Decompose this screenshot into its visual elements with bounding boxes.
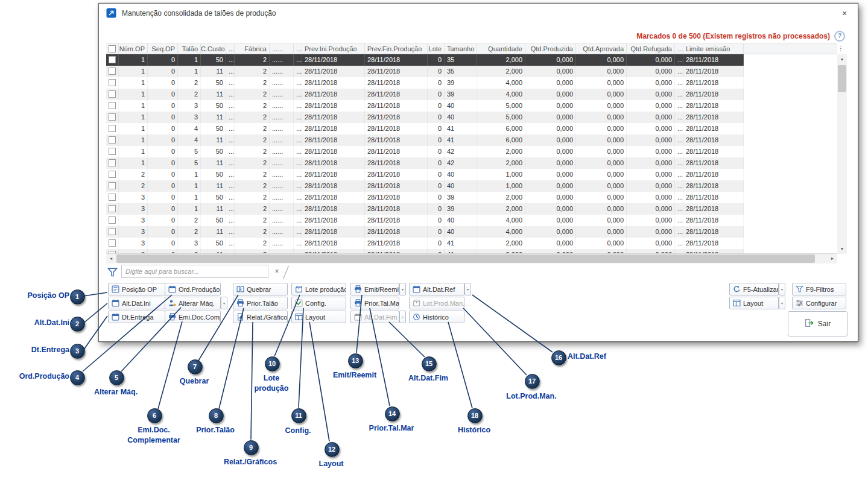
table-row[interactable]: 10211...2.........28/11/201828/11/201803… — [106, 89, 744, 100]
button-alt-dat-fim[interactable]: Alt.Dat.Fim — [350, 311, 399, 323]
button-quebrar[interactable]: Quebrar — [233, 283, 288, 295]
column-header-qtd-aprovada[interactable]: Qtd.Aprovada — [576, 43, 627, 54]
table-row[interactable]: 30350...2.........28/11/201828/11/201804… — [106, 238, 744, 249]
clear-search-icon[interactable]: × — [273, 267, 281, 276]
table-row[interactable]: 10511...2.........28/11/201828/11/201804… — [106, 157, 744, 169]
column-header-col6[interactable]: ...... — [270, 43, 294, 54]
dropdown-toggle-alt-dat-ref[interactable]: ▾ — [464, 283, 471, 295]
filter-funnel-icon[interactable] — [107, 267, 118, 278]
table-row[interactable]: 10111...2.........28/11/201828/11/201803… — [106, 66, 744, 77]
scroll-left-icon[interactable]: ◄ — [106, 254, 116, 264]
dropdown-toggle-alterar-maq[interactable]: ▾ — [221, 297, 227, 309]
button-configurar-right[interactable]: Configurar — [792, 297, 846, 309]
column-options-icon[interactable]: … — [837, 43, 847, 54]
column-header-num-op[interactable]: Núm.OP — [119, 43, 148, 54]
dropdown-toggle-f5-atualizar-right[interactable]: ▾ — [779, 283, 785, 295]
cell: 0 — [148, 249, 178, 254]
table-row[interactable]: 20150...2.........28/11/201828/11/201804… — [106, 169, 744, 180]
row-checkbox[interactable] — [109, 194, 116, 201]
button-alt-dat-ref[interactable]: Alt.Dat.Ref — [409, 283, 464, 295]
table-row[interactable]: 10150...2.........28/11/201828/11/201803… — [106, 54, 744, 66]
table-row[interactable]: 10311...2.........28/11/201828/11/201804… — [106, 112, 744, 123]
row-checkbox[interactable] — [109, 182, 116, 189]
vertical-scroll-thumb[interactable] — [838, 65, 846, 92]
button-config[interactable]: Config. — [291, 297, 346, 309]
button-layout-right[interactable]: Layout — [729, 297, 779, 309]
close-icon[interactable]: × — [838, 7, 851, 19]
column-header-prev-fin-producao[interactable]: Prev.Fin.Produção — [365, 43, 428, 54]
dropdown-toggle-emit-reemit[interactable]: ▾ — [399, 283, 406, 295]
row-checkbox[interactable] — [109, 125, 116, 132]
table-row[interactable]: 30250...2.........28/11/201828/11/201804… — [106, 215, 744, 226]
table-row[interactable]: 10411...2.........28/11/201828/11/201804… — [106, 134, 744, 146]
column-header-qtd-produzida[interactable]: Qtd.Produzida — [525, 43, 576, 54]
table-row[interactable]: 10250...2.........28/11/201828/11/201803… — [106, 77, 744, 89]
row-checkbox[interactable] — [109, 136, 116, 144]
row-checkbox[interactable] — [109, 79, 116, 86]
row-checkbox[interactable] — [109, 239, 116, 247]
button-ord-producao[interactable]: Ord.Produção — [165, 283, 221, 295]
button-alt-dat-ini[interactable]: Alt.Dat.Ini — [108, 297, 165, 309]
table-row[interactable]: 30150...2.........28/11/201828/11/201803… — [106, 192, 744, 203]
column-header-seq-op[interactable]: Seq.OP — [148, 43, 178, 54]
scroll-down-icon[interactable]: ▼ — [837, 244, 847, 254]
column-header-col4[interactable]: ... — [226, 43, 235, 54]
header-select-all[interactable] — [106, 43, 119, 54]
column-header-talao[interactable]: Talão — [178, 43, 201, 54]
table-row[interactable]: 30311...2.........28/11/201828/11/201804… — [106, 249, 744, 254]
row-checkbox[interactable] — [109, 228, 116, 235]
button-layout[interactable]: Layout — [291, 311, 346, 323]
button-f5-atualizar-right[interactable]: F5-Atualizar — [729, 283, 779, 295]
search-input[interactable] — [121, 265, 268, 278]
select-all-checkbox[interactable] — [109, 45, 116, 52]
row-checkbox[interactable] — [109, 68, 116, 75]
button-alterar-maq[interactable]: Alterar Máq. — [165, 297, 221, 309]
dropdown-toggle-alt-dat-fim[interactable]: ▾ — [399, 311, 406, 323]
row-checkbox[interactable] — [109, 90, 116, 98]
horizontal-scroll-thumb[interactable] — [116, 254, 815, 263]
button-f9-filtros-right[interactable]: F9-Filtros — [792, 283, 846, 295]
row-checkbox[interactable] — [109, 216, 116, 224]
column-header-col16[interactable]: ... — [675, 43, 683, 54]
button-posicao-op[interactable]: Posição OP — [108, 283, 165, 295]
column-header-fabrica[interactable]: Fábrica — [235, 43, 270, 54]
column-header-qtd-refugada[interactable]: Qtd.Refugada — [627, 43, 675, 54]
help-icon[interactable]: ? — [834, 31, 845, 42]
column-header-limite-emissao[interactable]: Limite emissão — [683, 43, 744, 54]
row-checkbox[interactable] — [109, 171, 116, 178]
column-header-c-custo[interactable]: C.Custo — [201, 43, 226, 54]
cell: ... — [226, 89, 235, 100]
row-checkbox[interactable] — [109, 56, 116, 63]
cell: 0 — [428, 215, 445, 226]
table-row[interactable]: 10550...2.........28/11/201828/11/201804… — [106, 146, 744, 157]
button-lot-prod-man[interactable]: Lot.Prod.Man. — [409, 297, 464, 309]
horizontal-scrollbar[interactable]: ◄ ► — [106, 254, 837, 264]
column-header-prev-ini-producao[interactable]: Prev.Ini.Produção — [302, 43, 365, 54]
button-relat-graficos[interactable]: Relat./Gráficos — [233, 311, 288, 323]
table-row[interactable]: 10350...2.........28/11/201828/11/201804… — [106, 100, 744, 112]
row-checkbox[interactable] — [109, 159, 116, 166]
column-header-lote[interactable]: Lote — [428, 43, 445, 54]
column-header-quantidade[interactable]: Quantidade — [477, 43, 525, 54]
button-emit-reemit[interactable]: Emit/Reemit — [350, 283, 399, 295]
table-row[interactable]: 30211...2.........28/11/201828/11/201804… — [106, 226, 744, 238]
table-row[interactable]: 30111...2.........28/11/201828/11/201803… — [106, 203, 744, 215]
scroll-right-icon[interactable]: ► — [828, 254, 837, 264]
button-prior-tal-mar[interactable]: Prior.Tal.Mar — [350, 297, 399, 309]
column-header-col7[interactable]: ... — [294, 43, 302, 54]
column-header-tamanho[interactable]: Tamanho — [445, 43, 477, 54]
row-checkbox[interactable] — [109, 148, 116, 155]
row-checkbox[interactable] — [109, 102, 116, 109]
button-prior-talao[interactable]: Prior.Talão — [233, 297, 288, 309]
row-checkbox[interactable] — [109, 113, 116, 121]
exit-button[interactable]: Sair — [788, 311, 847, 336]
button-lote-producao[interactable]: Lote produção — [291, 283, 346, 295]
row-checkbox[interactable] — [109, 205, 116, 212]
button-dt-entrega[interactable]: Dt.Entrega — [108, 311, 165, 323]
table-row[interactable]: 10450...2.........28/11/201828/11/201804… — [106, 123, 744, 134]
table-row[interactable]: 20111...2.........28/11/201828/11/201804… — [106, 180, 744, 192]
dropdown-toggle-layout-right[interactable]: ▾ — [779, 297, 785, 309]
button-emi-doc-compl[interactable]: Emi.Doc.Compl. — [165, 311, 221, 323]
button-historico[interactable]: Histórico — [409, 311, 464, 323]
scroll-up-icon[interactable]: ▲ — [837, 54, 847, 64]
